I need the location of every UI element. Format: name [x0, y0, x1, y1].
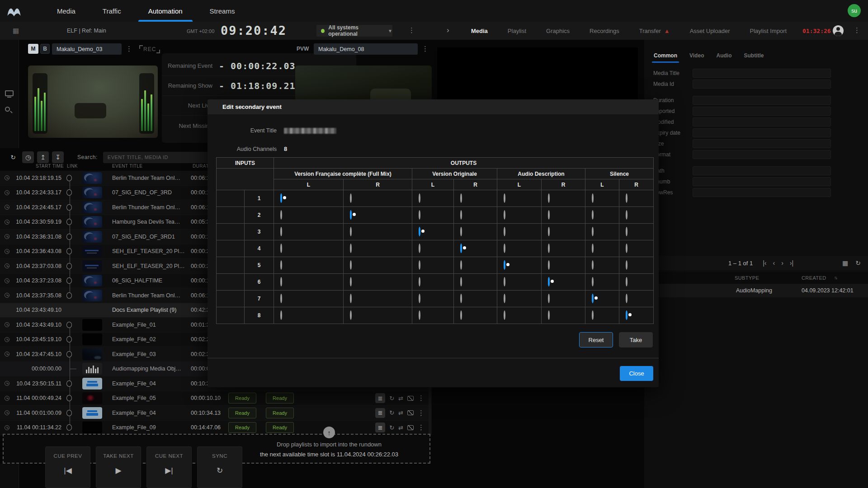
subtype-table-row[interactable]: AudioMapping 04.09.2023 12:42:01 [644, 284, 868, 297]
toolbar-tab-transfer[interactable]: Transfer▲ [629, 28, 680, 34]
toolbar-tab-playlist[interactable]: Playlist [498, 28, 536, 34]
prev-page-icon[interactable]: ‹ [773, 259, 775, 267]
matrix-radio[interactable] [592, 310, 594, 320]
rundown-search-input[interactable] [103, 152, 222, 163]
no-graphics-icon[interactable] [407, 410, 414, 415]
matrix-radio[interactable] [592, 227, 594, 236]
close-button[interactable]: Close [620, 366, 653, 381]
take-button[interactable]: Take [619, 332, 653, 347]
transition-icon[interactable]: ⇄ [398, 395, 403, 402]
cue-prev-button[interactable]: CUE PREV|◀ [45, 446, 90, 488]
no-graphics-icon[interactable] [407, 396, 414, 401]
matrix-radio[interactable] [460, 210, 462, 220]
matrix-radio-selected[interactable] [626, 310, 627, 320]
grid-view-icon[interactable]: ▦ [842, 259, 848, 267]
matrix-radio[interactable] [350, 310, 352, 320]
matrix-radio[interactable] [592, 193, 594, 203]
matrix-radio[interactable] [548, 260, 550, 270]
matrix-radio[interactable] [592, 277, 594, 286]
first-page-icon[interactable]: |‹ [763, 259, 766, 267]
matrix-radio[interactable] [350, 227, 352, 236]
pvw-kebab-icon[interactable]: ⋮ [422, 46, 429, 52]
link-circle-icon[interactable] [66, 395, 72, 401]
toolbar-kebab-icon[interactable]: ⋮ [408, 27, 415, 33]
toolbar-tab-graphics[interactable]: Graphics [536, 28, 580, 34]
matrix-radio[interactable] [350, 277, 352, 286]
matrix-radio-selected[interactable] [350, 210, 352, 220]
pgm-source-select[interactable]: Makalu_Demo_03 [52, 43, 122, 55]
toolbar-tab-media[interactable]: Media [461, 28, 498, 34]
next-page-icon[interactable]: › [781, 259, 783, 267]
pgm-b-badge[interactable]: B [40, 44, 50, 54]
toolbar-tab-recordings[interactable]: Recordings [580, 28, 629, 34]
nav-streams[interactable]: Streams [196, 0, 249, 22]
matrix-radio[interactable] [460, 260, 462, 270]
link-circle-icon[interactable] [66, 175, 72, 181]
nav-automation[interactable]: Automation [135, 0, 196, 22]
matrix-radio-selected[interactable] [419, 227, 420, 236]
matrix-radio[interactable] [350, 244, 352, 253]
tab-subtitle[interactable]: Subtitle [744, 52, 764, 63]
apps-grid-icon[interactable]: ▦ [13, 27, 19, 34]
matrix-radio[interactable] [419, 294, 420, 303]
field-input[interactable] [693, 177, 831, 186]
matrix-radio[interactable] [626, 277, 627, 286]
matrix-radio[interactable] [350, 294, 352, 303]
matrix-radio[interactable] [504, 227, 505, 236]
panel-kebab-icon[interactable]: ⋮ [854, 27, 860, 33]
link-circle-icon[interactable] [66, 204, 72, 211]
timer-off-icon[interactable]: ◷ [22, 151, 34, 163]
matrix-radio[interactable] [504, 210, 505, 220]
link-circle-icon[interactable] [66, 263, 72, 269]
matrix-radio[interactable] [504, 244, 505, 253]
field-input[interactable] [693, 139, 831, 148]
field-input[interactable] [693, 188, 831, 197]
refresh-icon[interactable]: ↻ [7, 151, 19, 163]
jump-to-top-icon[interactable]: ↥ [37, 151, 49, 163]
tab-video[interactable]: Video [689, 52, 704, 63]
matrix-radio[interactable] [626, 227, 627, 236]
user-icon[interactable] [833, 25, 844, 36]
sort-icon[interactable]: ↑↓ [834, 275, 837, 280]
collapse-chevron-icon[interactable]: › [447, 26, 449, 35]
search-icon[interactable] [5, 107, 10, 112]
field-input[interactable] [693, 96, 831, 105]
matrix-radio[interactable] [626, 193, 627, 203]
field-input[interactable] [693, 150, 831, 159]
field-input[interactable] [693, 117, 831, 127]
matrix-radio[interactable] [460, 294, 462, 303]
matrix-radio[interactable] [548, 210, 550, 220]
matrix-radio[interactable] [280, 294, 282, 303]
last-page-icon[interactable]: ›| [790, 259, 793, 267]
matrix-radio[interactable] [626, 244, 627, 253]
system-status-dropdown[interactable]: All systems operational ▼ [316, 25, 392, 37]
matrix-radio[interactable] [548, 310, 550, 320]
matrix-radio-selected[interactable] [592, 294, 594, 303]
matrix-radio[interactable] [419, 310, 420, 320]
matrix-radio[interactable] [548, 227, 550, 236]
matrix-radio[interactable] [280, 310, 282, 320]
link-circle-icon[interactable] [66, 277, 72, 284]
field-input[interactable] [693, 166, 831, 175]
matrix-radio[interactable] [350, 260, 352, 270]
loop-icon[interactable]: ↻ [389, 409, 394, 416]
matrix-radio[interactable] [592, 244, 594, 253]
cue-next-button[interactable]: CUE NEXT▶| [146, 446, 192, 488]
field-input[interactable] [693, 80, 831, 89]
matrix-radio[interactable] [548, 294, 550, 303]
tab-audio[interactable]: Audio [716, 52, 731, 63]
matrix-radio[interactable] [460, 193, 462, 203]
link-circle-icon[interactable] [66, 336, 72, 343]
link-circle-icon[interactable] [66, 380, 72, 387]
row-kebab-icon[interactable]: ⋮ [418, 410, 425, 416]
nav-traffic[interactable]: Traffic [89, 0, 135, 22]
secondary-events-icon[interactable]: ≣ [375, 393, 385, 403]
field-input[interactable] [693, 107, 831, 116]
matrix-radio-selected[interactable] [548, 277, 550, 286]
matrix-radio[interactable] [280, 244, 282, 253]
link-circle-icon[interactable] [66, 322, 72, 328]
nav-media[interactable]: Media [43, 0, 89, 22]
matrix-radio[interactable] [419, 260, 420, 270]
row-kebab-icon[interactable]: ⋮ [418, 395, 425, 401]
transition-icon[interactable]: ⇄ [398, 409, 403, 416]
